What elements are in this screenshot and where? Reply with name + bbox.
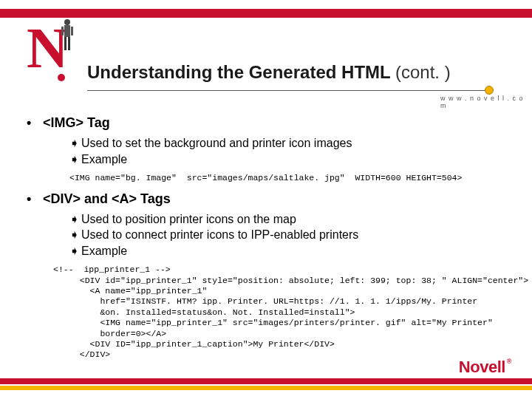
svg-rect-4 [61,27,64,35]
section1-heading: •<IMG> Tag [27,115,507,131]
section2-code-body: <DIV id="ipp_printer_1" style="position:… [69,276,507,361]
footer-red-band [0,378,532,384]
header-red-band [0,9,532,18]
section2-code-comment: <!-- ipp_printer_1 --> [53,265,507,275]
title-main: Understanding the Generated HTML [87,62,395,82]
novell-logo: Novell® [459,358,511,377]
section1-bullet2: ➧Example [69,151,507,168]
domain-text: w w w . n o v e l l . c o m [440,95,532,109]
svg-rect-3 [68,37,70,50]
section1-code: <IMG name="bg. Image" src="images/maps/s… [69,173,507,183]
svg-rect-2 [64,37,66,50]
section2-bullet2: ➧Used to connect printer icons to IPP-en… [69,227,507,243]
title-dot-icon [485,86,494,95]
slide-title: Understanding the Generated HTML (cont. … [87,62,486,83]
svg-rect-5 [71,27,73,35]
title-underline [87,90,491,91]
svg-point-0 [64,19,70,25]
footer-gold-band [0,386,532,390]
svg-rect-1 [64,25,70,37]
section2-heading: •<DIV> and <A> Tags [27,191,507,207]
section2-bullet1: ➧Used to position printer icons on the m… [69,211,507,228]
person-illustration [58,18,77,53]
section1-bullet1: ➧Used to set the background and printer … [69,135,507,151]
title-continuation: (cont. ) [395,62,451,82]
section2-bullet3: ➧Example [69,243,507,259]
content-area: •<IMG> Tag ➧Used to set the background a… [27,115,507,361]
